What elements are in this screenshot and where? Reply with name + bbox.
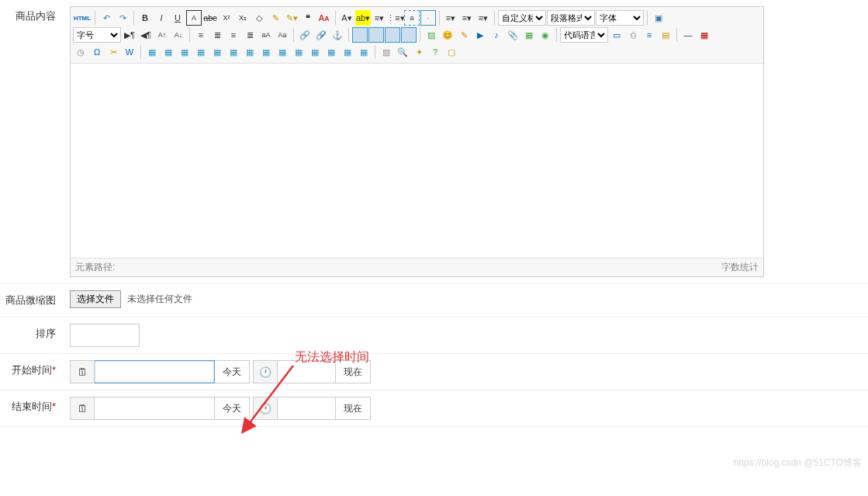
frame-button[interactable]: ▭	[609, 27, 624, 43]
end-now-button[interactable]: 现在	[336, 397, 371, 420]
image-none-button[interactable]	[352, 27, 368, 43]
sub-button[interactable]: X₂	[235, 10, 251, 26]
chart-button[interactable]: ▥	[379, 44, 394, 60]
attach-button[interactable]: 📎	[505, 27, 520, 43]
col-after-button[interactable]: ▦	[242, 44, 258, 60]
table-del-button[interactable]: ▦	[161, 44, 176, 60]
unordered-list-button[interactable]: ⋮≡▾	[388, 10, 403, 26]
indent-button[interactable]: ▶¶	[122, 27, 137, 43]
end-today-button[interactable]: 今天	[215, 397, 250, 420]
split-col-button[interactable]: ▦	[356, 44, 372, 60]
eraser-button[interactable]: ◇	[251, 10, 267, 26]
paragraph-format-select[interactable]: 段落格式	[547, 10, 595, 26]
back-color-button[interactable]: ab▾	[355, 10, 371, 26]
table-button[interactable]: ▦	[144, 44, 160, 60]
underline-button[interactable]: U	[170, 10, 185, 26]
unlink-button[interactable]: 🔗̸	[313, 27, 329, 43]
font-down-button[interactable]: A↓	[171, 27, 186, 43]
split-cell-button[interactable]: ▦	[323, 44, 339, 60]
select-all-button[interactable]: a	[404, 10, 420, 26]
time-button[interactable]: ◷	[73, 44, 88, 60]
merge-right-button[interactable]: ▦	[291, 44, 306, 60]
image-left-button[interactable]	[368, 27, 384, 43]
help-button[interactable]: ?	[427, 44, 443, 60]
to-upper-button[interactable]: aA	[258, 27, 274, 43]
calendar-icon[interactable]: 🗓	[70, 360, 95, 383]
font-up-button[interactable]: A↑	[154, 27, 170, 43]
start-today-button[interactable]: 今天	[215, 360, 250, 383]
row-spacing-button[interactable]: ≡▾	[443, 10, 458, 26]
ordered-list-button[interactable]: ≡▾	[372, 10, 387, 26]
snap-button[interactable]: ✂	[105, 44, 121, 60]
music-button[interactable]: ♪	[489, 27, 504, 43]
map-button[interactable]: ▦	[521, 27, 537, 43]
align-center-button[interactable]: ≣	[209, 27, 225, 43]
split-row-button[interactable]: ▦	[340, 44, 355, 60]
clock-icon[interactable]: 🕐	[253, 397, 278, 420]
word-count[interactable]: 字数统计	[721, 261, 759, 274]
autotype-button[interactable]: ✎▾	[284, 10, 299, 26]
col-del-button[interactable]: ▦	[258, 44, 274, 60]
page-break-button[interactable]: ≡	[641, 27, 657, 43]
fullscreen-button[interactable]: ▣	[651, 10, 666, 26]
sort-input[interactable]	[70, 324, 140, 347]
font-family-select[interactable]: 字体	[596, 10, 644, 26]
video-button[interactable]: ▶	[472, 27, 488, 43]
calendar-icon[interactable]: 🗓	[70, 397, 95, 420]
font-case-button[interactable]: Aᴀ	[316, 10, 332, 26]
search-button[interactable]: 🔍	[395, 44, 410, 60]
end-date-input[interactable]	[95, 397, 215, 420]
outdent-button[interactable]: ◀¶	[138, 27, 154, 43]
start-date-input[interactable]	[95, 360, 215, 383]
word-button[interactable]: W	[122, 44, 137, 60]
row-del-button[interactable]: ▦	[209, 44, 225, 60]
row-after-button[interactable]: ▦	[193, 44, 209, 60]
redo-button[interactable]: ↷	[115, 10, 130, 26]
merge-cell-button[interactable]: ▦	[275, 44, 290, 60]
align-right-button[interactable]: ≡	[226, 27, 241, 43]
format-brush-button[interactable]: ✎	[268, 10, 283, 26]
col-before-button[interactable]: ▦	[226, 44, 241, 60]
template-button[interactable]: ▤	[658, 27, 673, 43]
align-left-button[interactable]: ≡	[193, 27, 209, 43]
print-button[interactable]: ⎙	[625, 27, 641, 43]
code-lang-select[interactable]: 代码语言	[560, 27, 608, 43]
hr-button[interactable]: —	[680, 27, 696, 43]
fore-color-button[interactable]: A▾	[339, 10, 354, 26]
custom-icon-select[interactable]: 自定义标	[498, 10, 546, 26]
strike-button[interactable]: abc	[202, 10, 218, 26]
font-border-button[interactable]: A	[186, 10, 202, 26]
choose-file-button[interactable]: 选择文件	[70, 290, 121, 308]
bold-button[interactable]: B	[137, 10, 153, 26]
clear-button[interactable]: ·	[420, 10, 436, 26]
gmap-button[interactable]: ◉	[538, 27, 553, 43]
undo-button[interactable]: ↶	[99, 10, 114, 26]
italic-button[interactable]: I	[154, 10, 169, 26]
emoji-button[interactable]: 😊	[440, 27, 455, 43]
replace-button[interactable]: ✦	[411, 44, 427, 60]
insert-image-button[interactable]: ▨	[424, 27, 439, 43]
draft-button[interactable]: ▢	[444, 44, 459, 60]
spechar-button[interactable]: Ω	[89, 44, 105, 60]
html-source-button[interactable]: HTML	[73, 10, 92, 26]
to-lower-button[interactable]: Aa	[275, 27, 290, 43]
anchor-button[interactable]: ⚓	[330, 27, 345, 43]
font-size-select[interactable]: 字号	[73, 27, 121, 43]
start-now-button[interactable]: 现在	[336, 360, 371, 383]
editor-body[interactable]	[71, 64, 763, 258]
align-justify-button[interactable]: ≣	[242, 27, 258, 43]
sup-button[interactable]: X²	[219, 10, 234, 26]
quote-button[interactable]: ❝	[300, 10, 316, 26]
scrawl-button[interactable]: ✎	[456, 27, 472, 43]
ltr-button[interactable]: ≡▾	[475, 10, 491, 26]
merge-down-button[interactable]: ▦	[307, 44, 323, 60]
link-button[interactable]: 🔗	[297, 27, 313, 43]
line-height-button[interactable]: ≡▾	[459, 10, 475, 26]
image-center-button[interactable]	[401, 27, 417, 43]
clock-icon[interactable]: 🕐	[253, 360, 278, 383]
start-time-input[interactable]	[278, 360, 336, 383]
image-right-button[interactable]	[385, 27, 400, 43]
row-before-button[interactable]: ▦	[177, 44, 192, 60]
end-time-input[interactable]	[278, 397, 336, 420]
date-button[interactable]: ▦	[697, 27, 712, 43]
